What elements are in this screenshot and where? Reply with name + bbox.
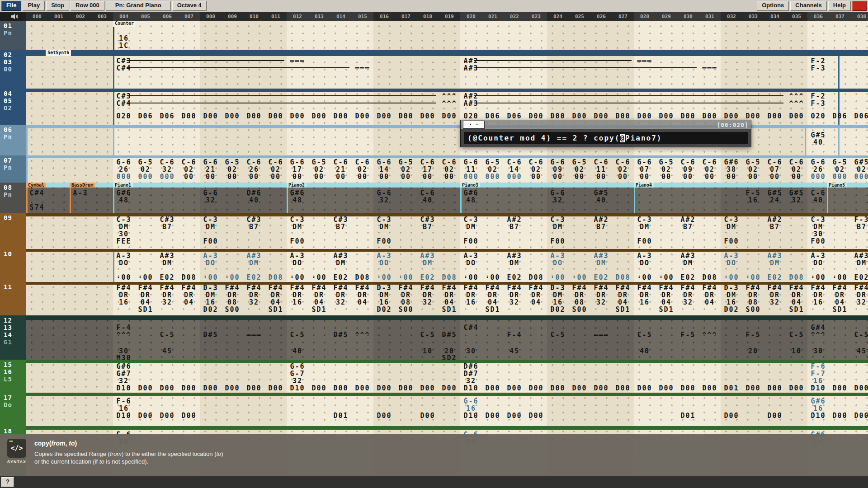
cell[interactable]: A-3DO (807, 252, 829, 266)
cell[interactable]: C-60700 (764, 158, 786, 180)
cell-value[interactable]: D06 (851, 112, 868, 119)
cell-value[interactable]: D00 (395, 112, 417, 119)
cell[interactable]: G#648 (287, 189, 308, 203)
cell-value[interactable]: D00 (525, 112, 547, 119)
cell-value[interactable]: D00 (200, 384, 222, 391)
cell[interactable]: C-640 (417, 189, 439, 203)
cell-value[interactable]: D01 (721, 384, 742, 391)
cell[interactable]: G-50200 (569, 158, 590, 180)
column-header-002[interactable]: 002 (70, 12, 91, 21)
column-header-027[interactable]: 027 (612, 12, 634, 21)
cell[interactable]: ·00 (656, 273, 677, 281)
cell[interactable]: ·00 (742, 273, 764, 281)
channel-header-10[interactable]: 10 (0, 249, 26, 282)
cell[interactable]: C-60200 (699, 158, 721, 180)
channel-header-06[interactable]: 06Pn (0, 125, 26, 155)
cell-value[interactable]: D00 (243, 112, 265, 119)
cell[interactable]: C#3B7 (330, 216, 352, 230)
cell[interactable]: ═══ (287, 57, 308, 64)
cell[interactable]: D-3DM16D02 (547, 284, 569, 313)
column-header-028[interactable]: 028 (634, 12, 656, 21)
cell[interactable]: ·00 (373, 273, 395, 281)
cell-edit-box[interactable]: · · (463, 121, 485, 129)
cell-value[interactable]: D10 (460, 412, 482, 419)
cell[interactable]: ·00 (634, 273, 656, 281)
cell[interactable]: C-632000 (156, 158, 178, 180)
cell-value[interactable]: D00 (699, 112, 721, 119)
cell[interactable]: G-6G-732 (287, 362, 308, 384)
cell[interactable]: A#3DM (764, 252, 786, 266)
channel-header-15[interactable]: 1516L5 (0, 360, 26, 393)
cell[interactable]: ·00 (721, 273, 742, 281)
menu-button-options[interactable]: Options (757, 1, 789, 11)
cell[interactable]: C#4S74 (26, 189, 48, 211)
cell[interactable]: ·00 (308, 273, 330, 281)
cell[interactable]: C-5 (156, 331, 178, 338)
cell-value[interactable]: D00 (373, 112, 395, 119)
cell-value[interactable]: D00 (742, 112, 764, 119)
cell[interactable]: ^^^ (786, 92, 807, 99)
help-button[interactable]: ? (1, 477, 14, 487)
column-header-022[interactable]: 022 (504, 12, 525, 21)
cell[interactable]: F-3 (807, 64, 829, 71)
cell[interactable]: C-5 (851, 331, 868, 338)
cell[interactable]: E02 (504, 273, 525, 281)
cell[interactable]: ·00 (807, 273, 829, 281)
cell[interactable]: ^^^ (807, 331, 829, 338)
cell[interactable]: G#540 (590, 189, 612, 203)
cell[interactable]: G#540 (807, 131, 829, 145)
cell[interactable]: F#4DR04 (525, 284, 547, 305)
cell-value[interactable]: D00 (656, 112, 677, 119)
cell[interactable]: C-60900 (677, 158, 699, 180)
cell[interactable]: C#3B7 (243, 216, 265, 230)
cell-value[interactable]: D00 (482, 384, 504, 391)
cell[interactable]: F-6F-716 (807, 362, 829, 384)
pattern-tag-piano5[interactable]: Piano5 (827, 183, 847, 188)
cell-value[interactable]: D00 (504, 384, 525, 391)
cell[interactable]: ^^^ (352, 331, 373, 338)
cell-value[interactable]: D00 (178, 384, 200, 391)
cell[interactable]: D08 (265, 273, 287, 281)
cell-value[interactable]: D00 (330, 112, 352, 119)
column-header-025[interactable]: 025 (569, 12, 590, 21)
cell-value[interactable]: D00 (178, 412, 200, 419)
column-header-033[interactable]: 033 (742, 12, 764, 21)
cell-value[interactable]: O20 (807, 112, 829, 119)
cell[interactable]: G-50200 (395, 158, 417, 180)
cell[interactable]: G-632 (373, 189, 395, 203)
cell[interactable]: C-3DMF00 (721, 216, 742, 244)
cell[interactable]: C-3DMF00 (634, 216, 656, 244)
column-header-026[interactable]: 026 (590, 12, 612, 21)
cell[interactable]: F#4DR04 (178, 284, 200, 305)
cell[interactable]: A-3DO (547, 252, 569, 266)
pattern-tag-piano2[interactable]: Piano2 (287, 183, 307, 188)
cell-value[interactable]: D00 (395, 384, 417, 391)
cell-value[interactable]: D00 (373, 412, 395, 419)
cell[interactable]: F#4DR04 (699, 284, 721, 305)
cell[interactable]: A-3DO (634, 252, 656, 266)
cell[interactable]: G-632 (547, 189, 569, 203)
column-header-000[interactable]: 000 (26, 12, 48, 21)
cell-value[interactable]: D00 (677, 112, 699, 119)
cell-value[interactable]: D00 (547, 112, 569, 119)
cell[interactable]: D08 (178, 273, 200, 281)
cell-value[interactable]: D00 (178, 112, 200, 119)
cell[interactable]: A#3DM (851, 252, 868, 266)
cell[interactable]: 30 (113, 347, 135, 354)
cell[interactable]: C-3DMF00 (460, 216, 482, 244)
cell-value[interactable]: D00 (287, 112, 308, 119)
cell-value[interactable]: D00 (417, 384, 439, 391)
cell[interactable]: C#3B7 (156, 216, 178, 230)
cell[interactable]: D-3DM16D02 (200, 284, 222, 313)
column-header-016[interactable]: 016 (373, 12, 395, 21)
cell[interactable]: G#502000 (851, 158, 868, 180)
cell[interactable]: C-5 (547, 331, 569, 338)
cell[interactable]: F-5 (677, 331, 699, 338)
column-header-014[interactable]: 014 (330, 12, 352, 21)
cell-value[interactable]: D00 (482, 412, 504, 419)
channel-header-04[interactable]: 0405O2 (0, 89, 26, 125)
cell[interactable]: C-5 (634, 331, 656, 338)
cell[interactable]: F#4DR04SD1 (612, 284, 634, 313)
cell[interactable]: F#4DR32 (851, 284, 868, 305)
cell-value[interactable]: D00 (721, 412, 742, 419)
